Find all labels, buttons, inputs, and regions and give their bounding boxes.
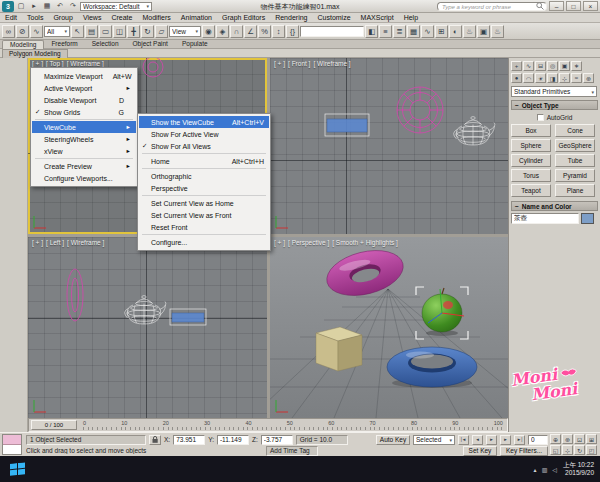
spinner-snap-icon[interactable]: ↕: [272, 25, 285, 38]
box-front-wireframe[interactable]: [325, 114, 369, 136]
menu-item-reset-front[interactable]: Reset Front: [139, 221, 269, 233]
menu-item-configure[interactable]: Configure...: [139, 236, 269, 248]
pan-button[interactable]: ⊹: [562, 445, 573, 455]
cylinder-button[interactable]: Cylinder: [511, 154, 551, 167]
torus-front-wireframe[interactable]: [397, 87, 443, 133]
object-color-swatch[interactable]: [581, 213, 594, 224]
menu-item-set-current-view-as-front[interactable]: Set Current View as Front: [139, 209, 269, 221]
viewport-name-menu[interactable]: [ Top ]: [46, 60, 64, 67]
time-slider-handle[interactable]: 0 / 100: [31, 420, 77, 430]
helpers-category-icon[interactable]: ⊹: [559, 73, 570, 83]
torus-magenta-3d[interactable]: [322, 243, 408, 303]
menu-item-show-the-viewcube[interactable]: Show the ViewCubeAlt+Ctrl+V: [139, 116, 269, 128]
display-panel-tab[interactable]: ▣: [559, 61, 570, 71]
menu-rendering[interactable]: Rendering: [270, 14, 312, 21]
unlink-selection-icon[interactable]: ⊘: [16, 25, 29, 38]
menu-item-orthographic[interactable]: Orthographic: [139, 170, 269, 182]
window-crossing-icon[interactable]: ◫: [113, 25, 126, 38]
bind-to-space-warp-icon[interactable]: ∿: [30, 25, 43, 38]
select-and-manipulate-icon[interactable]: ◈: [216, 25, 229, 38]
viewport-name-menu[interactable]: [ Left ]: [46, 239, 64, 246]
tube-button[interactable]: Tube: [555, 154, 595, 167]
tab-populate[interactable]: Populate: [175, 40, 215, 49]
lights-category-icon[interactable]: ☀: [535, 73, 546, 83]
curve-editor-icon[interactable]: ∿: [421, 25, 434, 38]
play-button[interactable]: ►: [486, 435, 497, 445]
save-file-icon[interactable]: ▦: [41, 1, 53, 12]
box-left-wireframe[interactable]: [170, 309, 206, 325]
viewport-shading-menu[interactable]: [ Wireframe ]: [313, 60, 350, 67]
pyramid-button[interactable]: Pyramid: [555, 169, 595, 182]
go-to-start-button[interactable]: |◄: [458, 435, 469, 445]
menu-maxscript[interactable]: MAXScript: [356, 14, 399, 21]
teapot-button[interactable]: Teapot: [511, 184, 551, 197]
set-key-button[interactable]: Set Key: [463, 446, 497, 456]
apple-3d[interactable]: [416, 287, 468, 339]
volume-icon[interactable]: ◁: [552, 466, 557, 473]
named-selection-set-combo[interactable]: [300, 26, 364, 37]
selection-lock-toggle[interactable]: [149, 435, 161, 445]
selection-filter-dropdown[interactable]: All▾: [44, 26, 70, 37]
viewport-plus-menu[interactable]: [ + ]: [32, 60, 43, 67]
tab-polygon-modeling[interactable]: Polygon Modeling: [2, 49, 68, 58]
add-time-tag[interactable]: Add Time Tag: [266, 446, 318, 456]
material-editor-icon[interactable]: ◐: [449, 25, 462, 38]
snap-toggle-icon[interactable]: ∩: [230, 25, 243, 38]
viewport-left[interactable]: [ + ] [ Left ] [ Wireframe ]: [28, 237, 267, 418]
viewport-plus-menu[interactable]: [ + ]: [274, 239, 285, 246]
zoom-extents-button[interactable]: ⊡: [574, 434, 585, 444]
menu-item-steeringwheels[interactable]: SteeringWheels►: [32, 133, 136, 145]
select-and-link-icon[interactable]: ∞: [2, 25, 15, 38]
cone-button[interactable]: Cone: [555, 124, 595, 137]
viewport-plus-menu[interactable]: [ + ]: [32, 239, 43, 246]
teapot-front-wireframe[interactable]: [454, 117, 495, 145]
menu-graph-editors[interactable]: Graph Editors: [217, 14, 270, 21]
plane-button[interactable]: Plane: [555, 184, 595, 197]
menu-modifiers[interactable]: Modifiers: [137, 14, 175, 21]
torus-button[interactable]: Torus: [511, 169, 551, 182]
y-coordinate-field[interactable]: [217, 435, 249, 445]
zoom-all-button[interactable]: ⊛: [562, 434, 573, 444]
geometry-category-icon[interactable]: ●: [511, 73, 522, 83]
systems-category-icon[interactable]: ⊛: [583, 73, 594, 83]
menu-item-show-grids[interactable]: ✓Show GridsG: [32, 106, 136, 118]
menu-edit[interactable]: Edit: [0, 14, 22, 21]
search-input[interactable]: [440, 3, 534, 10]
select-by-name-icon[interactable]: ▤: [85, 25, 98, 38]
torus-left-wireframe[interactable]: [67, 269, 83, 321]
space-warps-category-icon[interactable]: ≈: [571, 73, 582, 83]
motion-panel-tab[interactable]: ◎: [547, 61, 558, 71]
select-and-rotate-icon[interactable]: ↻: [141, 25, 154, 38]
viewport-plus-menu[interactable]: [ + ]: [274, 60, 285, 67]
select-object-icon[interactable]: ↖: [71, 25, 84, 38]
viewport-shading-menu[interactable]: [ Wireframe ]: [67, 239, 104, 246]
menu-tools[interactable]: Tools: [22, 14, 48, 21]
application-menu-button[interactable]: 3: [2, 1, 14, 12]
open-file-icon[interactable]: ▸: [28, 1, 40, 12]
z-coordinate-field[interactable]: [261, 435, 293, 445]
mirror-icon[interactable]: ◧: [365, 25, 378, 38]
maxscript-mini-listener[interactable]: [2, 434, 22, 455]
schematic-view-icon[interactable]: ⊞: [435, 25, 448, 38]
menu-item-configure-viewports[interactable]: Configure Viewports...: [32, 172, 136, 184]
primitive-category-dropdown[interactable]: Standard Primitives▾: [511, 86, 597, 97]
menu-customize[interactable]: Customize: [312, 14, 355, 21]
menu-item-maximize-viewport[interactable]: Maximize ViewportAlt+W: [32, 70, 136, 82]
redo-icon[interactable]: ↷: [67, 1, 79, 12]
rollout-name-and-color[interactable]: −Name and Color: [511, 201, 598, 211]
reference-coordinate-dropdown[interactable]: View▾: [169, 26, 201, 37]
minimize-button[interactable]: –: [549, 1, 564, 11]
render-production-icon[interactable]: ♨: [491, 25, 504, 38]
layer-manager-icon[interactable]: ≣: [393, 25, 406, 38]
undo-icon[interactable]: ↶: [54, 1, 66, 12]
select-and-scale-icon[interactable]: ▱: [155, 25, 168, 38]
selected-dropdown[interactable]: Selected▾: [413, 435, 455, 445]
torus-blue-3d[interactable]: [387, 347, 477, 388]
menu-item-create-preview[interactable]: Create Preview►: [32, 160, 136, 172]
percent-snap-icon[interactable]: %: [258, 25, 271, 38]
geosphere-button[interactable]: GeoSphere: [555, 139, 595, 152]
viewport-name-menu[interactable]: [ Perspective ]: [288, 239, 329, 246]
rectangular-selection-icon[interactable]: ▭: [99, 25, 112, 38]
tab-modeling[interactable]: Modeling: [2, 40, 44, 49]
x-coordinate-field[interactable]: [173, 435, 205, 445]
